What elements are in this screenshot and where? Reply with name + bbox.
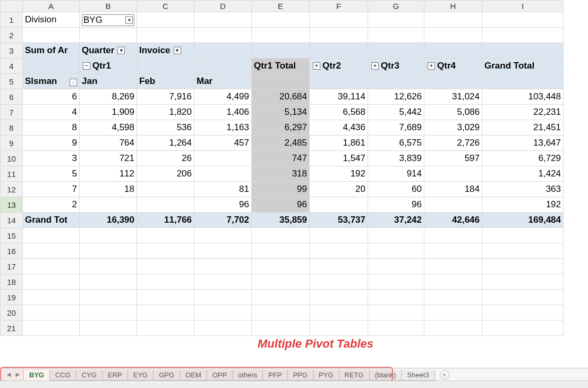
cell-r8-c3[interactable]: 1,163 bbox=[194, 120, 252, 136]
cell-blank-21-7[interactable] bbox=[424, 320, 482, 336]
expand-icon[interactable]: + bbox=[428, 62, 435, 70]
slsman-dropdown-icon[interactable]: ↓ bbox=[70, 79, 77, 86]
cell-A14[interactable]: Grand Tot bbox=[23, 213, 80, 228]
cell-blank-16-1[interactable] bbox=[80, 243, 137, 259]
row-header-17[interactable]: 17 bbox=[1, 259, 23, 274]
cell-r11-c8[interactable]: 1,424 bbox=[482, 166, 564, 182]
sheet-tab-eyg[interactable]: EYG bbox=[127, 370, 154, 381]
cell-A5[interactable]: Slsman↓ bbox=[23, 74, 80, 89]
sheet-tab-sheet3[interactable]: Sheet3 bbox=[401, 370, 434, 381]
cell-r9-c5[interactable]: 1,861 bbox=[310, 136, 368, 151]
cell-blank-20-2[interactable] bbox=[137, 305, 194, 320]
cell-r8-c5[interactable]: 4,436 bbox=[310, 120, 368, 136]
cell-blank-17-3[interactable] bbox=[194, 259, 252, 274]
expand-icon[interactable]: + bbox=[313, 62, 320, 70]
cell-blank-18-2[interactable] bbox=[137, 274, 194, 290]
row-header-5[interactable]: 5 bbox=[1, 74, 23, 89]
cell-r9-c1[interactable]: 764 bbox=[80, 136, 137, 151]
row-header-20[interactable]: 20 bbox=[1, 305, 23, 320]
sheet-tab-opp[interactable]: OPP bbox=[207, 370, 233, 381]
cell-blank-20-8[interactable] bbox=[482, 305, 564, 320]
cell-gt-0[interactable]: 16,390 bbox=[80, 213, 137, 228]
col-header-B[interactable]: B bbox=[80, 1, 137, 12]
sheet-tab-ppg[interactable]: PPG bbox=[287, 370, 313, 381]
cell-D3[interactable] bbox=[194, 43, 252, 58]
cell-r2-4[interactable] bbox=[252, 28, 310, 43]
row-header-9[interactable]: 9 bbox=[1, 136, 23, 151]
cell-r10-c4[interactable]: 747 bbox=[252, 151, 310, 166]
cell-r12-c5[interactable]: 20 bbox=[310, 182, 368, 197]
cell-r6-c1[interactable]: 8,269 bbox=[80, 89, 137, 105]
cell-F5[interactable] bbox=[310, 74, 368, 89]
cell-r7-c5[interactable]: 6,568 bbox=[310, 105, 368, 120]
cell-r2-8[interactable] bbox=[482, 28, 564, 43]
cell-r11-c7[interactable] bbox=[424, 166, 482, 182]
row-header-18[interactable]: 18 bbox=[1, 274, 23, 290]
cell-blank-21-4[interactable] bbox=[252, 320, 310, 336]
cell-r12-c3[interactable]: 81 bbox=[194, 182, 252, 197]
cell-r9-c6[interactable]: 6,575 bbox=[368, 136, 424, 151]
cell-r6-c0[interactable]: 6 bbox=[23, 89, 80, 105]
row-header-8[interactable]: 8 bbox=[1, 120, 23, 136]
cell-blank-15-4[interactable] bbox=[252, 228, 310, 243]
cell-r9-c7[interactable]: 2,726 bbox=[424, 136, 482, 151]
cell-r8-c2[interactable]: 536 bbox=[137, 120, 194, 136]
cell-r2-0[interactable] bbox=[23, 28, 80, 43]
nav-first-icon[interactable]: ◄ bbox=[5, 370, 12, 378]
sheet-tab-oem[interactable]: OEM bbox=[180, 370, 207, 381]
cell-A4[interactable] bbox=[23, 58, 80, 74]
cell-blank-17-5[interactable] bbox=[310, 259, 368, 274]
cell-blank-21-2[interactable] bbox=[137, 320, 194, 336]
cell-blank-15-5[interactable] bbox=[310, 228, 368, 243]
cell-r9-c2[interactable]: 1,264 bbox=[137, 136, 194, 151]
cell-D1[interactable] bbox=[194, 12, 252, 28]
cell-blank-16-2[interactable] bbox=[137, 243, 194, 259]
row-header-2[interactable]: 2 bbox=[1, 28, 23, 43]
cell-C3[interactable]: Invoice▾ bbox=[137, 43, 194, 58]
cell-blank-17-1[interactable] bbox=[80, 259, 137, 274]
cell-gt-4[interactable]: 53,737 bbox=[310, 213, 368, 228]
row-header-4[interactable]: 4 bbox=[1, 58, 23, 74]
cell-gt-7[interactable]: 169,484 bbox=[482, 213, 564, 228]
cell-G4[interactable]: +Qtr3 bbox=[368, 58, 424, 74]
cell-F4[interactable]: +Qtr2 bbox=[310, 58, 368, 74]
row-header-21[interactable]: 21 bbox=[1, 320, 23, 336]
sheet-tab-erp[interactable]: ERP bbox=[102, 370, 128, 381]
cell-r6-c8[interactable]: 103,448 bbox=[482, 89, 564, 105]
row-header-14[interactable]: 14 bbox=[1, 213, 23, 228]
sheet-tab-gpg[interactable]: GPG bbox=[153, 370, 180, 381]
cell-blank-16-3[interactable] bbox=[194, 243, 252, 259]
cell-blank-20-1[interactable] bbox=[80, 305, 137, 320]
cell-r9-c0[interactable]: 9 bbox=[23, 136, 80, 151]
cell-r13-c2[interactable] bbox=[137, 197, 194, 213]
sheet-tab-byg[interactable]: BYG bbox=[23, 370, 50, 381]
cell-r10-c8[interactable]: 6,729 bbox=[482, 151, 564, 166]
cell-blank-21-5[interactable] bbox=[310, 320, 368, 336]
row-header-15[interactable]: 15 bbox=[1, 228, 23, 243]
row-header-19[interactable]: 19 bbox=[1, 290, 23, 305]
cell-r6-c7[interactable]: 31,024 bbox=[424, 89, 482, 105]
col-header-C[interactable]: C bbox=[137, 1, 194, 12]
cell-r2-1[interactable] bbox=[80, 28, 137, 43]
cell-E1[interactable] bbox=[252, 12, 310, 28]
cell-blank-20-4[interactable] bbox=[252, 305, 310, 320]
cell-blank-18-7[interactable] bbox=[424, 274, 482, 290]
cell-blank-19-8[interactable] bbox=[482, 290, 564, 305]
cell-blank-20-6[interactable] bbox=[368, 305, 424, 320]
cell-blank-20-5[interactable] bbox=[310, 305, 368, 320]
cell-blank-17-7[interactable] bbox=[424, 259, 482, 274]
cell-r7-c7[interactable]: 5,086 bbox=[424, 105, 482, 120]
cell-blank-15-6[interactable] bbox=[368, 228, 424, 243]
sheet-tab-retg[interactable]: RETG bbox=[339, 370, 370, 381]
row-header-13[interactable]: 13 bbox=[1, 197, 23, 213]
cell-r10-c7[interactable]: 597 bbox=[424, 151, 482, 166]
cell-r10-c1[interactable]: 721 bbox=[80, 151, 137, 166]
cell-r12-c1[interactable]: 18 bbox=[80, 182, 137, 197]
cell-r8-c8[interactable]: 21,451 bbox=[482, 120, 564, 136]
sheet-tab-pfp[interactable]: PFP bbox=[262, 370, 287, 381]
cell-B1[interactable]: BYG▾ bbox=[80, 12, 137, 28]
cell-r12-c8[interactable]: 363 bbox=[482, 182, 564, 197]
cell-r2-7[interactable] bbox=[424, 28, 482, 43]
cell-r6-c3[interactable]: 4,499 bbox=[194, 89, 252, 105]
cell-E5[interactable] bbox=[252, 74, 310, 89]
